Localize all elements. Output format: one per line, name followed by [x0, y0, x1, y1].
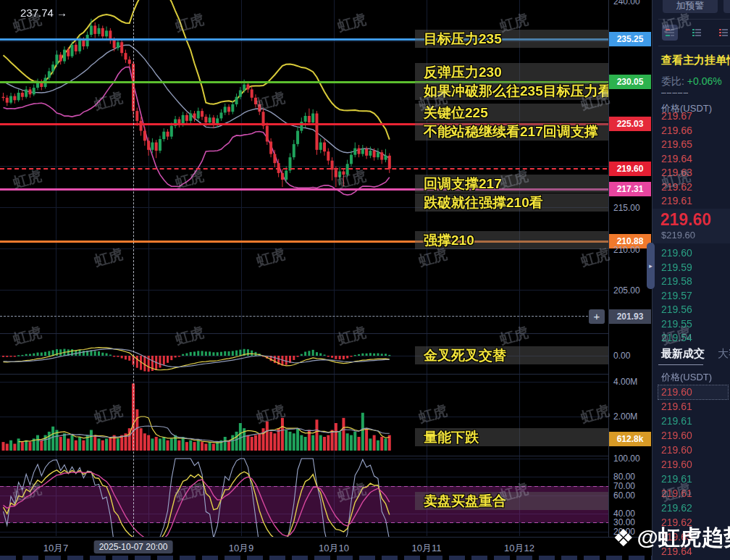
- target-pressure-235-price-label: 235.25: [609, 32, 651, 46]
- sidebar-collapse-handle[interactable]: ▸: [647, 243, 655, 289]
- axis-tick: 0.00: [613, 351, 630, 361]
- annotation-text[interactable]: 跌破就往强撑210看: [424, 193, 543, 212]
- depth-bar: ┄┄┄┄┄: [661, 88, 689, 98]
- annotation-text[interactable]: 金叉死叉交替: [424, 346, 506, 364]
- ask-price-row[interactable]: 219.65: [661, 138, 692, 150]
- annotation-text[interactable]: 反弹压力230: [424, 63, 502, 81]
- x-axis-label: 10月10: [319, 542, 349, 555]
- axis-tick: 2.00M: [613, 411, 637, 422]
- x-axis-label: 10月9: [229, 542, 254, 555]
- add-alert-button[interactable]: 加预警: [663, 0, 718, 13]
- trade-row[interactable]: 219.60: [658, 443, 728, 457]
- annotation-text[interactable]: 不能站稳继续看217回调支撑: [424, 122, 598, 141]
- axis-tick: 205.00: [613, 285, 640, 296]
- axis-tick: 70.00: [613, 481, 635, 491]
- annotation-text[interactable]: 关键位225: [424, 104, 488, 122]
- crosshair-line: [133, 0, 134, 537]
- axis-tick: 240.00: [613, 0, 640, 7]
- time-scrollbar[interactable]: [0, 556, 652, 560]
- last-price: 219.60: [660, 210, 711, 230]
- x-axis-label: 10月11: [412, 542, 442, 555]
- annotation-text[interactable]: 如果冲破那么往235目标压力看: [424, 82, 612, 100]
- trade-row[interactable]: 219.61: [658, 487, 728, 501]
- ask-price-row[interactable]: 219.67: [661, 110, 692, 122]
- trade-row[interactable]: 219.61: [658, 414, 728, 428]
- bid-price-row[interactable]: 219.59: [661, 262, 692, 273]
- annotation-text[interactable]: 目标压力235: [424, 30, 502, 48]
- orderbook-asks-icon[interactable]: [716, 25, 730, 41]
- last-price-block[interactable]: 219.60 $219.60: [653, 209, 730, 243]
- price-axis[interactable]: 235.25230.05225.03217.31210.88219.60201.…: [608, 0, 653, 537]
- orderbook-annotation: 查看主力挂单情况: [661, 54, 730, 67]
- time-axis[interactable]: 10月72025-10-07 20:0010月910月1010月1110月12: [0, 537, 652, 560]
- commission-ratio: 委比: +0.06%: [661, 75, 722, 88]
- alert-price-line[interactable]: [0, 316, 588, 317]
- orderbook-panel: 加预警 加 查看主力挂单情况 委比:: [652, 0, 730, 560]
- bid-price-row[interactable]: 219.54: [661, 332, 692, 343]
- trade-row[interactable]: 219.60: [658, 385, 728, 399]
- tab-latest-trades[interactable]: 最新成交: [661, 347, 705, 359]
- orderbook-bids-icon[interactable]: [689, 25, 705, 41]
- bid-price-row[interactable]: 219.56: [661, 304, 692, 315]
- brand-name: @虹虎趋势: [637, 525, 730, 549]
- brand-watermark: ❖@虹虎趋势: [613, 523, 730, 553]
- trade-row[interactable]: 219.60: [658, 429, 728, 443]
- axis-tick: 210.00: [613, 245, 640, 255]
- pullback-support-217-price-label: 217.31: [609, 182, 651, 196]
- ask-price-row[interactable]: 219.63: [661, 167, 692, 178]
- tab-large-orders[interactable]: 大额: [718, 347, 730, 359]
- bid-price-row[interactable]: 219.55: [661, 318, 692, 330]
- axis-tick: 100.00: [613, 454, 640, 464]
- trade-row[interactable]: 219.61: [658, 400, 728, 414]
- add-order-plus-icon[interactable]: +: [589, 309, 605, 324]
- current-price-line: [0, 168, 607, 170]
- x-axis-label: 10月12: [504, 542, 534, 555]
- alert-price-label: 201.93: [609, 309, 651, 324]
- trades-section-header: 最新成交大额: [661, 347, 730, 361]
- trades-price-header: 价格(USDT): [661, 371, 712, 384]
- bid-price-row[interactable]: 219.58: [661, 275, 692, 287]
- bid-price-row[interactable]: 219.57: [661, 290, 692, 301]
- ask-price-row[interactable]: 219.62: [661, 181, 692, 193]
- diamond-logo-icon: ❖: [613, 525, 634, 551]
- annotation-text[interactable]: 量能下跌: [424, 428, 479, 446]
- bid-price-row[interactable]: 219.60: [661, 247, 692, 259]
- candlestick-chart[interactable]: + 目标压力235反弹压力230如果冲破那么往235目标压力看关键位225不能站…: [0, 0, 608, 537]
- ask-price-row[interactable]: 219.61: [661, 195, 692, 206]
- trade-row[interactable]: 219.61: [658, 472, 728, 486]
- trading-app: + 目标压力235反弹压力230如果冲破那么往235目标压力看关键位225不能站…: [0, 0, 730, 560]
- annotation-text[interactable]: 回调支撑217: [424, 175, 502, 193]
- key-level-225-price-label: 225.03: [609, 117, 651, 131]
- chart-high-price-label: 237.74 →: [20, 7, 67, 19]
- axis-tick: 80.00: [613, 472, 635, 482]
- rebound-pressure-230-price-label: 230.05: [609, 75, 651, 89]
- x-axis-label: 10月7: [43, 542, 69, 555]
- add-watchlist-button[interactable]: 加: [723, 0, 730, 13]
- trade-row[interactable]: 219.62: [658, 501, 728, 515]
- current-price-label: 219.60: [609, 162, 651, 176]
- axis-tick: 4.00M: [613, 377, 637, 387]
- arrow-right-icon: →: [56, 7, 67, 19]
- crosshair-date-label: 2025-10-07 20:00: [94, 540, 173, 553]
- annotation-text[interactable]: 强撑210: [424, 231, 474, 249]
- axis-tick: 215.00: [613, 203, 640, 213]
- ask-price-row[interactable]: 219.66: [661, 125, 692, 136]
- last-price-usd: $219.60: [661, 230, 695, 241]
- trade-row[interactable]: 219.60: [658, 458, 728, 472]
- ask-price-row[interactable]: 219.64: [661, 153, 692, 164]
- axis-tick: 60.00: [613, 490, 635, 501]
- annotation-text[interactable]: 卖盘买盘重合: [424, 492, 506, 510]
- volume-ma-label: 612.8k: [609, 432, 651, 446]
- orderbook-both-icon[interactable]: [662, 25, 678, 41]
